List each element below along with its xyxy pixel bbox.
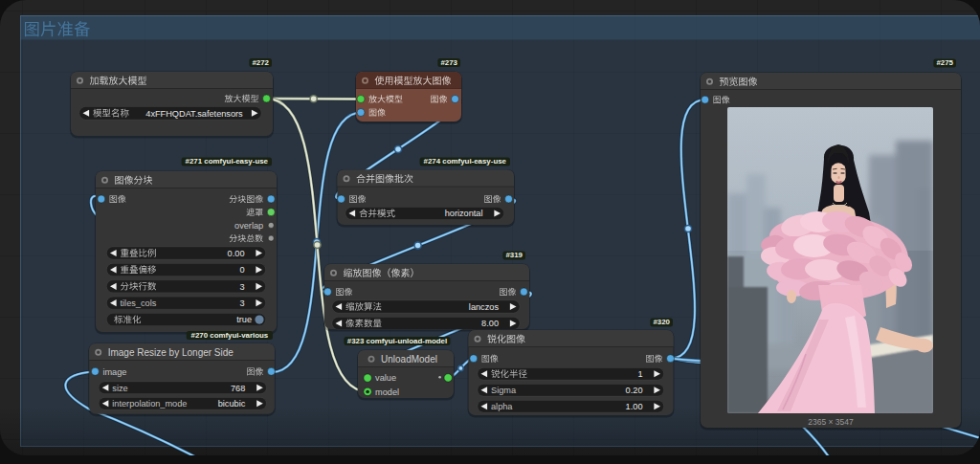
svg-text:768: 768 xyxy=(231,384,245,393)
svg-text:tiles_cols: tiles_cols xyxy=(121,298,157,308)
svg-text:horizontal: horizontal xyxy=(445,209,483,218)
svg-text:#319: #319 xyxy=(505,251,523,259)
svg-text:3: 3 xyxy=(239,298,244,308)
svg-text:size: size xyxy=(112,384,127,393)
svg-text:Sigma: Sigma xyxy=(491,386,517,395)
svg-text:true: true xyxy=(236,315,252,324)
svg-text:interpolation_mode: interpolation_mode xyxy=(112,399,187,409)
svg-text:overlap: overlap xyxy=(234,221,263,231)
svg-text:1: 1 xyxy=(637,369,642,379)
svg-text:#273: #273 xyxy=(440,58,457,67)
svg-text:#272: #272 xyxy=(252,58,269,67)
svg-text:0.00: 0.00 xyxy=(228,249,245,258)
svg-text:1.00: 1.00 xyxy=(626,402,643,411)
svg-text:value: value xyxy=(375,373,396,383)
svg-text:model: model xyxy=(375,387,399,397)
svg-text:bicubic: bicubic xyxy=(218,399,246,409)
svg-text:image: image xyxy=(102,367,126,377)
svg-text:#320: #320 xyxy=(653,318,670,326)
svg-text:2365 × 3547: 2365 × 3547 xyxy=(808,417,854,427)
svg-text:0: 0 xyxy=(239,265,244,275)
svg-text:UnloadModel: UnloadModel xyxy=(381,354,437,365)
svg-text:alpha: alpha xyxy=(491,402,513,411)
svg-text:#323 comfyui-unload-model: #323 comfyui-unload-model xyxy=(347,337,447,345)
svg-text:4xFFHQDAT.safetensors: 4xFFHQDAT.safetensors xyxy=(145,109,243,119)
svg-text:3: 3 xyxy=(239,282,244,292)
svg-text:Image Resize by Longer Side: Image Resize by Longer Side xyxy=(108,347,234,358)
svg-text:#275: #275 xyxy=(936,58,953,67)
svg-text:#270 comfyui-various: #270 comfyui-various xyxy=(191,331,269,340)
svg-text:#271 comfyui-easy-use: #271 comfyui-easy-use xyxy=(186,157,269,166)
svg-text:0.20: 0.20 xyxy=(626,386,643,395)
svg-text:8.00: 8.00 xyxy=(481,319,499,328)
svg-text:#274 comfyui-easy-use: #274 comfyui-easy-use xyxy=(424,157,507,166)
svg-text:lanczos: lanczos xyxy=(469,302,500,312)
